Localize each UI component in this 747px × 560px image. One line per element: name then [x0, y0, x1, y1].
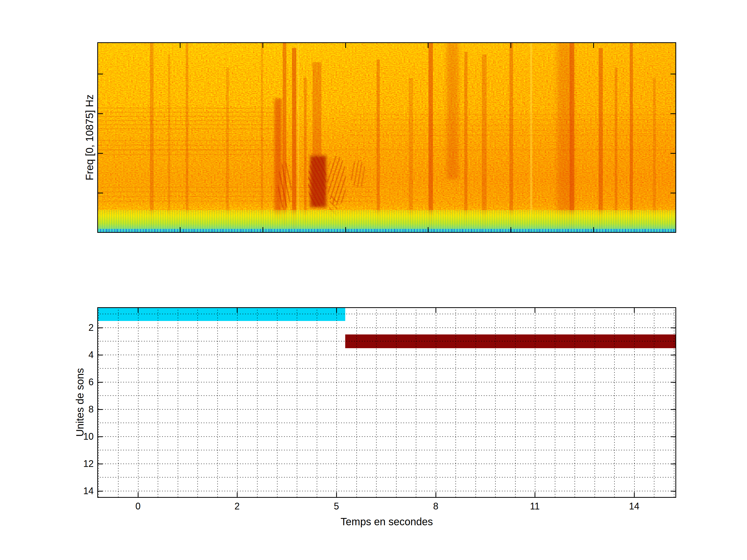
spectrogram-xtick-top [593, 42, 594, 48]
spectrogram-streak [313, 62, 321, 156]
timeline-grid-vline [436, 307, 436, 498]
spectrogram-ytick-right [670, 193, 676, 193]
timeline-grid-vline [178, 307, 178, 498]
timeline-grid-hline [97, 355, 676, 355]
spectrogram-striation-band [97, 108, 280, 131]
timeline-ytick-right [671, 382, 676, 383]
spectrogram-xtick-top [428, 42, 429, 48]
spectrogram-striation-band [97, 149, 676, 156]
timeline-grid-vline [594, 307, 595, 498]
timeline-grid-vline [277, 307, 278, 498]
timeline-grid-hline [97, 382, 676, 382]
spectrogram-ytick-left [97, 113, 103, 114]
timeline-grid-vline [475, 307, 476, 498]
timeline-grid-vline [356, 307, 357, 498]
spectrogram-xtick-bottom [428, 227, 429, 233]
spectrogram-light-seam [530, 42, 532, 233]
spectrogram-plot [97, 42, 676, 233]
timeline-grid-vline [197, 307, 198, 498]
timeline-xtick-top [336, 307, 337, 313]
timeline-grid-vline [297, 307, 297, 498]
timeline-grid-hline [97, 395, 676, 396]
timeline-xtick-label: 14 [619, 501, 650, 511]
timeline-grid-vline [98, 307, 99, 498]
timeline-grid-vline [317, 307, 317, 498]
spectrogram-striation-band [350, 114, 676, 136]
timeline-grid-vline [336, 307, 337, 498]
spectrogram-ytick-left [97, 153, 103, 154]
spectrogram-streak [615, 68, 617, 223]
timeline-grid-hline [97, 341, 676, 342]
spectrogram-xtick-top [180, 42, 181, 48]
timeline-ytick-right [671, 491, 676, 491]
timeline-xtick-label: 0 [123, 501, 154, 511]
spectrogram-streak [377, 60, 380, 225]
timeline-ylabel: Unites de sons [74, 368, 86, 437]
timeline-grid-hline [97, 409, 676, 410]
timeline-grid-vline [138, 307, 138, 498]
spectrogram-streak [429, 42, 433, 233]
spectrogram-bottom-cyan-strip [97, 229, 676, 233]
spectrogram-streak [447, 42, 459, 179]
timeline-grid-vline [217, 307, 218, 498]
spectrogram-streak [570, 42, 574, 233]
timeline-xtick-bottom [336, 492, 337, 498]
spectrogram-harmonic-stack [351, 160, 366, 187]
timeline-grid-hline [97, 450, 676, 450]
spectrogram-ytick-right [670, 74, 676, 74]
spectrogram-xtick-bottom [345, 227, 346, 233]
timeline-grid-hline [97, 477, 676, 478]
timeline-xtick-bottom [237, 492, 238, 498]
timeline-xlabel: Temps en secondes [340, 516, 433, 528]
timeline-grid-vline [515, 307, 516, 498]
spectrogram-xtick-top [511, 42, 511, 48]
timeline-ytick-left [97, 355, 103, 355]
timeline-grid-vline [535, 307, 535, 498]
timeline-xtick-top [237, 307, 238, 313]
timeline-ytick-label: 2 [63, 323, 94, 332]
figure: Freq [0, 10875] Hz 025811142468101214 Un… [0, 0, 747, 560]
spectrogram-streak [599, 48, 603, 233]
timeline-grid-vline [416, 307, 416, 498]
spectrogram-striation-band [97, 187, 372, 203]
spectrogram-xtick-bottom [262, 227, 263, 233]
timeline-xtick-label: 8 [420, 501, 451, 511]
timeline-grid-vline [237, 307, 238, 498]
spectrogram-ylabel: Freq [0, 10875] Hz [84, 95, 96, 180]
spectrogram-xtick-top [262, 42, 263, 48]
timeline-xtick-label: 11 [519, 501, 550, 511]
timeline-grid-vline [456, 307, 456, 498]
spectrogram-streak [464, 52, 467, 225]
timeline-xtick-label: 2 [222, 501, 253, 511]
timeline-ytick-left [97, 382, 103, 383]
timeline-ytick-right [671, 436, 676, 437]
timeline-ytick-right [671, 463, 676, 464]
timeline-grid-vline [495, 307, 496, 498]
timeline-ytick-label: 12 [63, 459, 94, 469]
spectrogram-xtick-bottom [180, 227, 181, 233]
timeline-grid-vline [396, 307, 396, 498]
timeline-ytick-left [97, 436, 103, 437]
timeline-ytick-label: 14 [63, 486, 94, 496]
spectrogram-shading [97, 42, 676, 233]
timeline-grid-vline [376, 307, 377, 498]
timeline-xtick-top [535, 307, 535, 313]
spectrogram-ytick-right [670, 113, 676, 114]
timeline-grid-vline [158, 307, 158, 498]
timeline-grid-vline [614, 307, 615, 498]
timeline-ytick-left [97, 409, 103, 410]
timeline-xtick-label: 5 [321, 501, 352, 511]
timeline-grid-vline [654, 307, 654, 498]
timeline-ytick-right [671, 355, 676, 355]
timeline-ytick-label: 4 [63, 350, 94, 360]
spectrogram-ytick-left [97, 74, 103, 74]
timeline-grid-hline [97, 314, 676, 314]
timeline-grid-vline [574, 307, 575, 498]
spectrogram-xtick-bottom [511, 227, 511, 233]
timeline-ytick-right [671, 327, 676, 328]
timeline-plot: 025811142468101214 [97, 307, 676, 498]
timeline-xtick-top [436, 307, 436, 313]
timeline-xtick-top [138, 307, 138, 313]
timeline-grid-hline [97, 436, 676, 437]
spectrogram-ytick-right [670, 153, 676, 154]
